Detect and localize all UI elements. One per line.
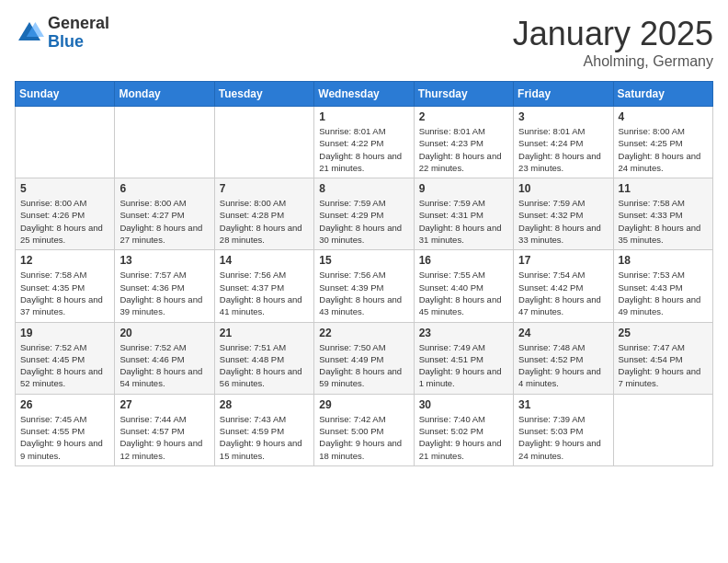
calendar-cell: 22Sunrise: 7:50 AMSunset: 4:49 PMDayligh… <box>314 322 414 394</box>
day-number: 9 <box>419 182 508 195</box>
day-info: Sunrise: 7:57 AMSunset: 4:36 PMDaylight:… <box>119 269 209 317</box>
calendar-header-row: SundayMondayTuesdayWednesdayThursdayFrid… <box>16 82 713 107</box>
day-number: 18 <box>619 254 708 267</box>
calendar-week-row: 5Sunrise: 8:00 AMSunset: 4:26 PMDaylight… <box>16 178 713 250</box>
logo-blue: Blue <box>48 32 84 51</box>
day-number: 13 <box>119 254 209 267</box>
day-info: Sunrise: 8:01 AMSunset: 4:24 PMDaylight:… <box>518 125 608 174</box>
calendar-cell: 5Sunrise: 8:00 AMSunset: 4:26 PMDaylight… <box>16 178 115 250</box>
day-number: 1 <box>319 110 408 123</box>
calendar-cell: 25Sunrise: 7:47 AMSunset: 4:54 PMDayligh… <box>613 322 712 394</box>
day-of-week-header: Wednesday <box>314 82 414 107</box>
day-info: Sunrise: 7:59 AMSunset: 4:31 PMDaylight:… <box>419 197 508 246</box>
day-number: 12 <box>20 254 109 267</box>
day-number: 22 <box>319 327 408 339</box>
logo-text: General Blue <box>48 15 109 52</box>
day-info: Sunrise: 7:54 AMSunset: 4:42 PMDaylight:… <box>518 269 608 317</box>
day-info: Sunrise: 7:58 AMSunset: 4:35 PMDaylight:… <box>20 269 109 317</box>
day-info: Sunrise: 7:55 AMSunset: 4:40 PMDaylight:… <box>419 269 508 317</box>
calendar-cell: 1Sunrise: 8:01 AMSunset: 4:22 PMDaylight… <box>314 107 414 178</box>
calendar-cell: 24Sunrise: 7:48 AMSunset: 4:52 PMDayligh… <box>514 322 613 394</box>
calendar-cell: 28Sunrise: 7:43 AMSunset: 4:59 PMDayligh… <box>214 394 313 465</box>
day-info: Sunrise: 7:52 AMSunset: 4:45 PMDaylight:… <box>20 341 109 390</box>
day-info: Sunrise: 8:00 AMSunset: 4:28 PMDaylight:… <box>220 197 309 246</box>
day-info: Sunrise: 7:45 AMSunset: 4:55 PMDaylight:… <box>20 413 109 462</box>
calendar-cell: 17Sunrise: 7:54 AMSunset: 4:42 PMDayligh… <box>514 250 613 322</box>
calendar-cell: 31Sunrise: 7:39 AMSunset: 5:03 PMDayligh… <box>514 394 613 465</box>
day-number: 20 <box>119 327 209 339</box>
day-number: 29 <box>319 398 408 411</box>
day-info: Sunrise: 7:53 AMSunset: 4:43 PMDaylight:… <box>619 269 708 317</box>
calendar-cell: 9Sunrise: 7:59 AMSunset: 4:31 PMDaylight… <box>414 178 513 250</box>
title-block: January 2025 Aholming, Germany <box>513 15 713 70</box>
day-info: Sunrise: 8:00 AMSunset: 4:26 PMDaylight:… <box>20 197 109 246</box>
day-number: 11 <box>619 182 708 195</box>
calendar-week-row: 1Sunrise: 8:01 AMSunset: 4:22 PMDaylight… <box>16 107 713 178</box>
day-info: Sunrise: 7:50 AMSunset: 4:49 PMDaylight:… <box>319 341 408 390</box>
logo-icon <box>15 18 44 48</box>
calendar-cell <box>16 107 115 178</box>
day-number: 8 <box>319 182 408 195</box>
day-of-week-header: Friday <box>514 82 613 107</box>
calendar-week-row: 26Sunrise: 7:45 AMSunset: 4:55 PMDayligh… <box>16 394 713 465</box>
day-number: 6 <box>119 182 209 195</box>
day-info: Sunrise: 8:01 AMSunset: 4:22 PMDaylight:… <box>319 125 408 174</box>
calendar-cell <box>214 107 313 178</box>
day-of-week-header: Thursday <box>414 82 513 107</box>
calendar-cell: 23Sunrise: 7:49 AMSunset: 4:51 PMDayligh… <box>414 322 513 394</box>
calendar-cell: 21Sunrise: 7:51 AMSunset: 4:48 PMDayligh… <box>214 322 313 394</box>
day-number: 15 <box>319 254 408 267</box>
day-number: 3 <box>518 110 608 123</box>
day-number: 26 <box>20 398 109 411</box>
day-number: 27 <box>119 398 209 411</box>
calendar-cell: 13Sunrise: 7:57 AMSunset: 4:36 PMDayligh… <box>115 250 214 322</box>
day-info: Sunrise: 7:42 AMSunset: 5:00 PMDaylight:… <box>319 413 408 462</box>
calendar-cell: 26Sunrise: 7:45 AMSunset: 4:55 PMDayligh… <box>16 394 115 465</box>
day-number: 2 <box>419 110 508 123</box>
day-number: 31 <box>518 398 608 411</box>
day-number: 30 <box>419 398 508 411</box>
day-of-week-header: Monday <box>115 82 214 107</box>
day-info: Sunrise: 7:59 AMSunset: 4:29 PMDaylight:… <box>319 197 408 246</box>
day-number: 4 <box>619 110 708 123</box>
calendar-cell: 14Sunrise: 7:56 AMSunset: 4:37 PMDayligh… <box>214 250 313 322</box>
day-info: Sunrise: 7:44 AMSunset: 4:57 PMDaylight:… <box>119 413 209 462</box>
day-number: 17 <box>518 254 608 267</box>
day-number: 14 <box>220 254 309 267</box>
day-number: 25 <box>619 327 708 339</box>
calendar-week-row: 19Sunrise: 7:52 AMSunset: 4:45 PMDayligh… <box>16 322 713 394</box>
day-number: 10 <box>518 182 608 195</box>
calendar-cell: 27Sunrise: 7:44 AMSunset: 4:57 PMDayligh… <box>115 394 214 465</box>
calendar-cell: 8Sunrise: 7:59 AMSunset: 4:29 PMDaylight… <box>314 178 414 250</box>
day-info: Sunrise: 7:48 AMSunset: 4:52 PMDaylight:… <box>518 341 608 390</box>
day-of-week-header: Saturday <box>613 82 712 107</box>
logo-general: General <box>48 14 109 32</box>
day-info: Sunrise: 8:00 AMSunset: 4:25 PMDaylight:… <box>619 125 708 174</box>
calendar-cell: 18Sunrise: 7:53 AMSunset: 4:43 PMDayligh… <box>613 250 712 322</box>
day-info: Sunrise: 7:56 AMSunset: 4:39 PMDaylight:… <box>319 269 408 317</box>
calendar-cell: 12Sunrise: 7:58 AMSunset: 4:35 PMDayligh… <box>16 250 115 322</box>
calendar-cell: 11Sunrise: 7:58 AMSunset: 4:33 PMDayligh… <box>613 178 712 250</box>
day-number: 21 <box>220 327 309 339</box>
day-of-week-header: Tuesday <box>214 82 313 107</box>
calendar-cell: 10Sunrise: 7:59 AMSunset: 4:32 PMDayligh… <box>514 178 613 250</box>
calendar-cell: 7Sunrise: 8:00 AMSunset: 4:28 PMDaylight… <box>214 178 313 250</box>
day-number: 5 <box>20 182 109 195</box>
month-title: January 2025 <box>513 15 713 53</box>
day-number: 16 <box>419 254 508 267</box>
calendar-table: SundayMondayTuesdayWednesdayThursdayFrid… <box>15 81 713 466</box>
location: Aholming, Germany <box>513 53 713 70</box>
calendar-cell: 30Sunrise: 7:40 AMSunset: 5:02 PMDayligh… <box>414 394 513 465</box>
calendar-cell: 3Sunrise: 8:01 AMSunset: 4:24 PMDaylight… <box>514 107 613 178</box>
day-info: Sunrise: 8:00 AMSunset: 4:27 PMDaylight:… <box>119 197 209 246</box>
calendar-cell: 20Sunrise: 7:52 AMSunset: 4:46 PMDayligh… <box>115 322 214 394</box>
calendar-week-row: 12Sunrise: 7:58 AMSunset: 4:35 PMDayligh… <box>16 250 713 322</box>
day-number: 28 <box>220 398 309 411</box>
calendar-cell: 29Sunrise: 7:42 AMSunset: 5:00 PMDayligh… <box>314 394 414 465</box>
day-info: Sunrise: 7:51 AMSunset: 4:48 PMDaylight:… <box>220 341 309 390</box>
day-info: Sunrise: 7:40 AMSunset: 5:02 PMDaylight:… <box>419 413 508 462</box>
day-of-week-header: Sunday <box>16 82 115 107</box>
calendar-cell: 2Sunrise: 8:01 AMSunset: 4:23 PMDaylight… <box>414 107 513 178</box>
calendar-cell <box>613 394 712 465</box>
calendar-cell: 15Sunrise: 7:56 AMSunset: 4:39 PMDayligh… <box>314 250 414 322</box>
